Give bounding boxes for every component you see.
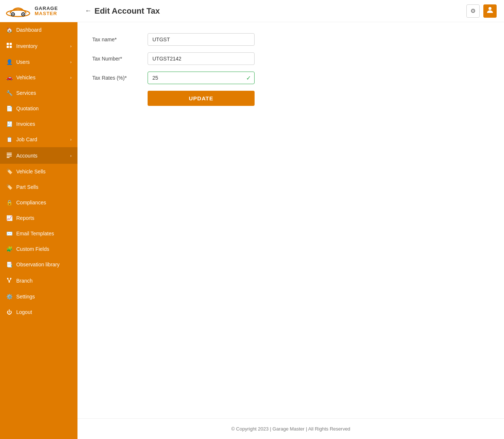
- sidebar-item-label: Branch: [16, 278, 32, 284]
- sidebar-item-logout[interactable]: ⏻ Logout: [0, 304, 77, 320]
- sidebar-item-reports[interactable]: 📈 Reports: [0, 210, 77, 226]
- sidebar-item-quotation[interactable]: 📄 Quotation: [0, 101, 77, 116]
- sidebar-item-vehicles[interactable]: 🚗 Vehicles ›: [0, 70, 77, 85]
- sidebar-item-label: Quotation: [16, 106, 39, 111]
- observation-library-icon: 📑: [6, 262, 13, 267]
- inventory-icon: [6, 42, 13, 49]
- sidebar-item-settings[interactable]: ⚙️ Settings: [0, 289, 77, 304]
- main-content: ← Edit Account Tax ⚙ Tax name* Tax N: [77, 0, 504, 439]
- svg-point-0: [7, 10, 30, 17]
- tax-rates-input[interactable]: [148, 72, 255, 84]
- sidebar-item-part-sells[interactable]: 🏷️ Part Sells: [0, 179, 77, 195]
- svg-point-15: [8, 281, 10, 283]
- svg-line-17: [9, 279, 11, 281]
- svg-rect-11: [7, 156, 12, 156]
- sidebar-item-email-templates[interactable]: ✉️ Email Templates: [0, 226, 77, 241]
- tax-number-label: Tax Number*: [92, 56, 140, 62]
- services-icon: 🔧: [6, 90, 13, 96]
- tax-rates-row: Tax Rates (%)* ✓: [92, 72, 489, 84]
- page-title-area: ← Edit Account Tax: [85, 6, 160, 16]
- compliances-icon: 🔒: [6, 200, 13, 205]
- chevron-right-icon: ›: [70, 137, 72, 142]
- branch-icon: [6, 277, 13, 284]
- sidebar-item-label: Dashboard: [16, 27, 42, 33]
- sidebar-item-job-card[interactable]: 📋 Job Card ›: [0, 132, 77, 147]
- sidebar-item-invoices[interactable]: 🧾 Invoices: [0, 116, 77, 132]
- sidebar-item-label: Email Templates: [16, 231, 54, 236]
- sidebar-item-label: Services: [16, 90, 36, 96]
- sidebar-item-label: Invoices: [16, 121, 35, 127]
- tax-rates-label: Tax Rates (%)*: [92, 75, 140, 81]
- sidebar-item-label: Logout: [16, 309, 32, 315]
- tax-rates-input-wrapper: ✓: [148, 72, 255, 84]
- invoices-icon: 🧾: [6, 121, 13, 127]
- svg-line-16: [8, 279, 9, 281]
- sidebar-item-services[interactable]: 🔧 Services: [0, 85, 77, 101]
- validated-check-icon: ✓: [246, 75, 251, 82]
- svg-point-4: [23, 14, 24, 15]
- sidebar-item-branch[interactable]: Branch: [0, 272, 77, 289]
- sidebar-item-dashboard[interactable]: 🏠 Dashboard: [0, 22, 77, 38]
- sidebar-item-users[interactable]: 👤 Users ›: [0, 54, 77, 70]
- footer-text: © Copyright 2023 | Garage Master | All R…: [231, 426, 351, 432]
- chevron-right-icon: ›: [70, 44, 72, 48]
- svg-rect-9: [7, 153, 12, 153]
- tax-name-label: Tax name*: [92, 37, 140, 42]
- svg-point-3: [12, 14, 14, 15]
- email-templates-icon: ✉️: [6, 231, 13, 236]
- quotation-icon: 📄: [6, 106, 13, 111]
- sidebar-item-label: Reports: [16, 215, 34, 221]
- sidebar-item-vehicle-sells[interactable]: 🏷️ Vehicle Sells: [0, 164, 77, 179]
- sidebar-item-label: Settings: [16, 294, 35, 300]
- svg-rect-12: [7, 157, 10, 158]
- user-profile-button[interactable]: [483, 4, 497, 18]
- logo-master-label: MASTER: [35, 11, 58, 16]
- settings-icon: ⚙️: [6, 294, 13, 300]
- svg-point-13: [7, 278, 8, 279]
- chevron-right-icon: ›: [70, 60, 72, 64]
- logo-text: GARAGE MASTER: [35, 6, 58, 17]
- tax-number-row: Tax Number*: [92, 52, 489, 65]
- tax-name-input[interactable]: [148, 33, 255, 46]
- svg-rect-8: [10, 46, 12, 48]
- gear-icon: ⚙: [470, 7, 476, 14]
- chevron-right-icon: ›: [70, 75, 72, 80]
- logo-garage-label: GARAGE: [35, 6, 58, 11]
- logo-area: GARAGE MASTER: [0, 0, 77, 22]
- page-title: Edit Account Tax: [94, 6, 160, 16]
- sidebar-item-label: Vehicle Sells: [16, 169, 45, 174]
- main-nav: 🏠 Dashboard Inventory › 👤 Users › 🚗 Vehi…: [0, 22, 77, 320]
- back-button[interactable]: ←: [85, 7, 92, 15]
- settings-gear-button[interactable]: ⚙: [466, 4, 480, 18]
- sidebar-item-compliances[interactable]: 🔒 Compliances: [0, 195, 77, 210]
- sidebar-item-observation-library[interactable]: 📑 Observation library: [0, 257, 77, 272]
- user-icon: [487, 7, 493, 15]
- custom-fields-icon: 🧩: [6, 246, 13, 252]
- users-icon: 👤: [6, 59, 13, 65]
- sidebar-item-label: Custom Fields: [16, 246, 49, 252]
- sidebar-item-inventory[interactable]: Inventory ›: [0, 38, 77, 54]
- svg-rect-5: [7, 43, 9, 45]
- logout-icon: ⏻: [6, 309, 13, 315]
- vehicles-icon: 🚗: [6, 75, 13, 80]
- sidebar-item-custom-fields[interactable]: 🧩 Custom Fields: [0, 241, 77, 257]
- tax-name-row: Tax name*: [92, 33, 489, 46]
- sidebar-item-label: Users: [16, 59, 30, 65]
- part-sells-icon: 🏷️: [6, 184, 13, 190]
- sidebar: GARAGE MASTER 🏠 Dashboard Inventory › 👤 …: [0, 0, 77, 439]
- tax-number-input[interactable]: [148, 52, 255, 65]
- svg-rect-6: [10, 43, 12, 45]
- sidebar-item-label: Inventory: [16, 43, 38, 49]
- footer: © Copyright 2023 | Garage Master | All R…: [77, 418, 504, 439]
- update-button-row: UPDATE: [92, 91, 489, 106]
- update-button[interactable]: UPDATE: [148, 91, 255, 106]
- accounts-icon: [6, 152, 13, 159]
- sidebar-item-accounts[interactable]: Accounts ›: [0, 147, 77, 164]
- reports-icon: 📈: [6, 215, 13, 221]
- sidebar-item-label: Compliances: [16, 200, 46, 205]
- svg-point-18: [489, 7, 491, 10]
- sidebar-item-label: Observation library: [16, 262, 60, 267]
- svg-rect-7: [7, 46, 9, 48]
- chevron-right-icon: ›: [70, 153, 72, 158]
- logo-car-icon: [5, 4, 31, 18]
